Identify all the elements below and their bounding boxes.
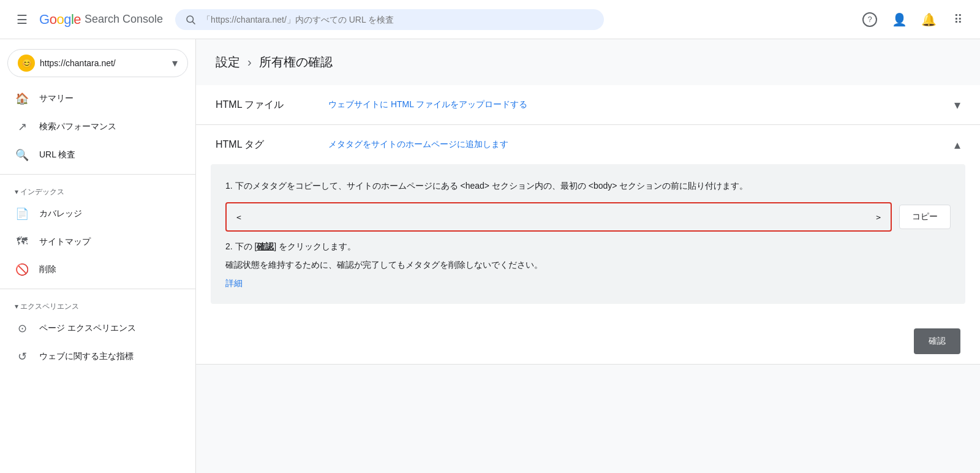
top-navigation: ☰ Google Search Console ? 👤 🔔 ⠿ xyxy=(0,0,980,39)
code-row: < > コピー xyxy=(225,202,951,232)
code-right-bracket: > xyxy=(876,213,881,222)
main-content: 設定 › 所有権の確認 HTML ファイル ウェブサイトに HTML ファイルを… xyxy=(196,39,980,473)
site-selector[interactable]: 😊 https://chantara.net/ ▾ xyxy=(7,49,188,77)
chevron-down-icon: ▾ xyxy=(954,97,960,112)
avatar: 😊 xyxy=(18,55,35,72)
sidebar-item-label: 削除 xyxy=(39,264,56,275)
copy-button[interactable]: コピー xyxy=(899,205,951,229)
sidebar-item-coverage[interactable]: 📄 カバレッジ xyxy=(0,200,195,228)
html-file-section: HTML ファイル ウェブサイトに HTML ファイルをアップロードする ▾ xyxy=(196,85,980,125)
confirm-button[interactable]: 確認 xyxy=(914,328,960,354)
google-wordmark: Google xyxy=(39,12,81,28)
confirm-word: 確認 xyxy=(257,241,274,251)
sidebar-item-search-performance[interactable]: ↗ 検索パフォーマンス xyxy=(0,113,195,141)
sidebar-item-label: サイトマップ xyxy=(39,236,91,248)
app-logo: Google Search Console xyxy=(39,12,163,28)
code-left-bracket: < xyxy=(236,213,241,222)
site-url: https://chantara.net/ xyxy=(40,58,167,68)
breadcrumb-current: 所有権の確認 xyxy=(259,54,333,70)
home-icon: 🏠 xyxy=(15,92,29,105)
main-layout: 😊 https://chantara.net/ ▾ 🏠 サマリー ↗ 検索パフォ… xyxy=(0,39,980,473)
search-icon: 🔍 xyxy=(15,148,29,162)
meta-tag-code-box[interactable]: < > xyxy=(225,202,892,232)
sitemap-icon: 🗺 xyxy=(15,235,29,248)
sidebar-item-label: URL 検査 xyxy=(39,149,75,161)
detail-link[interactable]: 詳細 xyxy=(225,278,243,288)
html-tag-section: HTML タグ メタタグをサイトのホームページに追加します ▴ 1. 下のメタタ… xyxy=(196,125,980,365)
sidebar-item-sitemap[interactable]: 🗺 サイトマップ xyxy=(0,228,195,255)
notifications-button[interactable]: 🔔 xyxy=(916,7,941,32)
removal-icon: 🚫 xyxy=(15,263,29,276)
sidebar-item-label: 検索パフォーマンス xyxy=(39,121,116,132)
divider xyxy=(0,289,195,289)
sidebar-item-page-experience[interactable]: ⊙ ページ エクスペリエンス xyxy=(0,314,195,342)
breadcrumb-parent: 設定 xyxy=(216,54,240,70)
account-icon: 👤 xyxy=(892,12,907,27)
step1-instruction: 1. 下のメタタグをコピーして、サイトのホームページにある <head> セクシ… xyxy=(225,179,951,192)
nav-section-index[interactable]: ▾ インデックス xyxy=(0,180,195,200)
nav-section-experience[interactable]: ▾ エクスペリエンス xyxy=(0,294,195,314)
confirm-row: 確認 xyxy=(196,319,980,364)
coverage-icon: 📄 xyxy=(15,207,29,221)
html-tag-title: HTML タグ xyxy=(216,138,314,151)
apps-button[interactable]: ⠿ xyxy=(946,7,970,32)
search-bar[interactable] xyxy=(175,9,604,30)
web-vitals-icon: ↺ xyxy=(15,350,29,363)
breadcrumb-separator: › xyxy=(247,55,252,69)
apps-icon: ⠿ xyxy=(954,12,963,27)
help-icon: ? xyxy=(862,12,877,27)
sidebar-item-label: サマリー xyxy=(39,93,74,104)
page-exp-icon: ⊙ xyxy=(15,322,29,335)
divider xyxy=(0,174,195,175)
search-input[interactable] xyxy=(202,15,594,25)
sidebar: 😊 https://chantara.net/ ▾ 🏠 サマリー ↗ 検索パフォ… xyxy=(0,39,196,473)
sidebar-item-removal[interactable]: 🚫 削除 xyxy=(0,255,195,284)
hamburger-icon: ☰ xyxy=(17,12,28,27)
topnav-actions: ? 👤 🔔 ⠿ xyxy=(858,7,970,32)
step2-instruction: 2. 下の [確認] をクリックします。 xyxy=(225,241,951,252)
breadcrumb: 設定 › 所有権の確認 xyxy=(196,39,980,85)
performance-icon: ↗ xyxy=(15,120,29,134)
sidebar-item-summary[interactable]: 🏠 サマリー xyxy=(0,85,195,113)
sidebar-item-label: ページ エクスペリエンス xyxy=(39,323,136,334)
html-file-section-header[interactable]: HTML ファイル ウェブサイトに HTML ファイルをアップロードする ▾ xyxy=(196,85,980,124)
sidebar-item-label: ウェブに関する主な指標 xyxy=(39,351,134,362)
html-tag-description: メタタグをサイトのホームページに追加します xyxy=(328,139,940,150)
svg-point-0 xyxy=(187,16,194,23)
html-tag-expanded-content: 1. 下のメタタグをコピーして、サイトのホームページにある <head> セクシ… xyxy=(211,164,965,304)
warning-text: 確認状態を維持するために、確認が完了してもメタタグを削除しないでください。 xyxy=(225,260,951,271)
html-file-title: HTML ファイル xyxy=(216,99,314,112)
html-tag-section-header[interactable]: HTML タグ メタタグをサイトのホームページに追加します ▴ xyxy=(196,125,980,164)
svg-line-1 xyxy=(192,21,195,24)
account-button[interactable]: 👤 xyxy=(887,7,911,32)
sidebar-item-web-vitals[interactable]: ↺ ウェブに関する主な指標 xyxy=(0,342,195,371)
help-button[interactable]: ? xyxy=(858,7,882,32)
hamburger-menu-button[interactable]: ☰ xyxy=(10,7,34,32)
search-icon xyxy=(185,14,196,25)
chevron-up-icon: ▴ xyxy=(954,137,960,152)
chevron-down-icon: ▾ xyxy=(172,56,178,70)
sidebar-item-url-inspection[interactable]: 🔍 URL 検査 xyxy=(0,141,195,169)
html-file-description: ウェブサイトに HTML ファイルをアップロードする xyxy=(328,99,940,110)
sidebar-item-label: カバレッジ xyxy=(39,208,82,219)
bell-icon: 🔔 xyxy=(921,12,937,27)
product-name: Search Console xyxy=(85,13,163,26)
